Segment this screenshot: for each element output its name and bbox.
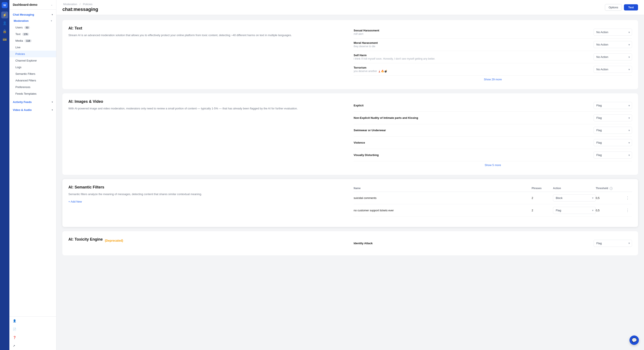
ai-images-left: AI: Images & Video With AI-powered image… — [68, 99, 347, 169]
row-action-customer: FlagBlockNo Action — [553, 204, 596, 216]
th-name: Name — [354, 185, 532, 192]
ai-toxicity-card: AI: Toxicity Engine (Deprecated) Identit… — [62, 231, 638, 255]
nav-icon-users[interactable]: 👤 — [1, 20, 8, 26]
sidebar-item-policies[interactable]: Policies — [10, 51, 56, 57]
sidebar-item-media[interactable]: Media 118 — [10, 38, 56, 44]
sidebar-bottom-help[interactable]: ❓ — [10, 333, 56, 342]
topbar-actions: Options Test — [605, 4, 638, 11]
policy-row-terrorism: Terrorism you deserve another 🗼🔥💣 No Act… — [354, 63, 632, 76]
ai-images-title: AI: Images & Video — [68, 99, 347, 104]
sidebar-bottom-profile[interactable]: 👤 — [10, 317, 56, 325]
sidebar-item-semantic-filters[interactable]: Semantic Filters — [10, 70, 56, 77]
row-phrases-suicidal: 2 — [532, 192, 553, 204]
policy-row-identity-attack: Identity Attack FlagNo ActionBlock — [354, 237, 632, 249]
row-threshold-customer: 0,5 — [596, 204, 626, 216]
sidebar-bottom-docs[interactable]: 📄 — [10, 325, 56, 333]
row-menu-customer[interactable]: ⋮ — [626, 204, 632, 216]
select-violence[interactable]: FlagNo ActionBlock — [594, 139, 632, 146]
sidebar-item-text[interactable]: Text 176 — [10, 31, 56, 38]
options-button[interactable]: Options — [605, 4, 622, 11]
sidebar: Dashboard-demo ⌄ Chat Messaging ▾ Modera… — [10, 0, 56, 350]
row-menu-suicidal[interactable]: ⋮ — [626, 192, 632, 204]
sidebar-item-feeds-templates[interactable]: Feeds Templates — [10, 90, 56, 97]
section-label-chat-messaging[interactable]: Chat Messaging ▾ — [10, 10, 56, 18]
th-actions-col — [626, 185, 632, 192]
semantic-right: Name Phrases Action Threshold i — [354, 185, 632, 217]
nav-icon-home[interactable]: ⚡ — [1, 12, 8, 18]
sidebar-item-logs[interactable]: Logs — [10, 64, 56, 70]
section-label-video-audio[interactable]: Video & Audio ▾ — [10, 105, 56, 113]
sidebar-header-chevron[interactable]: ⌄ — [51, 3, 53, 6]
add-new-semantic[interactable]: + Add New — [68, 200, 82, 203]
semantic-title: AI: Semantic Filters — [68, 185, 347, 190]
select-self-harm[interactable]: No ActionFlagBlock — [594, 54, 632, 60]
select-moral-harassment[interactable]: No ActionFlagBlock — [594, 41, 632, 48]
row-name-customer: no customer support tickets ever — [354, 204, 532, 216]
row-phrases-customer: 2 — [532, 204, 553, 216]
ai-images-right: Explicit FlagNo ActionBlock Non-Explicit… — [354, 99, 632, 169]
icon-bar: W ⚡ 👤 🔒 💳 — [0, 0, 10, 350]
select-terrorism[interactable]: No ActionFlagBlock — [594, 66, 632, 73]
section-label-activity-feeds[interactable]: Activity Feeds ▾ — [10, 97, 56, 105]
sidebar-item-moderation[interactable]: Moderation ▾ — [10, 18, 56, 24]
policy-row-explicit: Explicit FlagNo ActionBlock — [354, 99, 632, 112]
page-title: chat:messaging — [62, 6, 98, 12]
sidebar-item-preferences[interactable]: Preferences — [10, 84, 56, 90]
th-phrases: Phrases — [532, 185, 553, 192]
select-swimwear[interactable]: FlagNo ActionBlock — [594, 127, 632, 134]
toxicity-title-row: AI: Toxicity Engine (Deprecated) — [68, 237, 347, 244]
topbar: Moderation / Policies chat:messaging Opt… — [56, 0, 644, 15]
semantic-left: AI: Semantic Filters Semantic filters an… — [68, 185, 347, 217]
ai-text-title: AI: Text — [68, 26, 347, 30]
nav-icon-card[interactable]: 💳 — [1, 36, 8, 43]
semantic-desc: Semantic filters analyze the meaning of … — [68, 192, 347, 196]
th-action: Action — [553, 185, 596, 192]
ai-images-card: AI: Images & Video With AI-powered image… — [62, 94, 638, 175]
ai-text-desc: Stream AI is an advanced moderation solu… — [68, 33, 347, 38]
ai-text-card: AI: Text Stream AI is an advanced modera… — [62, 20, 638, 89]
show-more-images[interactable]: Show 5 more — [354, 161, 632, 169]
ai-text-grid: AI: Text Stream AI is an advanced modera… — [68, 26, 632, 83]
ai-text-left: AI: Text Stream AI is an advanced modera… — [68, 26, 347, 83]
ai-toxicity-grid: AI: Toxicity Engine (Deprecated) Identit… — [68, 237, 632, 249]
section-chat-messaging: Chat Messaging ▾ Moderation ▾ Users 53 T… — [10, 10, 56, 97]
row-action-suicidal: BlockFlagNo Action — [553, 192, 596, 204]
th-threshold: Threshold i — [596, 185, 626, 192]
policy-row-self-harm: Self Harm I think I'll kill myself soon.… — [354, 51, 632, 63]
show-more-text[interactable]: Show 29 more — [354, 76, 632, 83]
chat-fab[interactable]: 💬 — [630, 336, 639, 345]
test-button[interactable]: Test — [624, 4, 638, 10]
sidebar-bottom-share[interactable]: ↗ — [10, 342, 56, 350]
semantic-top: AI: Semantic Filters Semantic filters an… — [68, 185, 632, 217]
select-explicit[interactable]: FlagNo ActionBlock — [594, 102, 632, 109]
sidebar-item-live[interactable]: Live — [10, 44, 56, 51]
ai-toxicity-left: AI: Toxicity Engine (Deprecated) — [68, 237, 347, 249]
select-identity-attack[interactable]: FlagNo ActionBlock — [594, 240, 632, 247]
semantic-table: Name Phrases Action Threshold i — [354, 185, 632, 217]
table-row: no customer support tickets ever 2 FlagB… — [354, 204, 632, 216]
policy-row-non-explicit-nudity: Non-Explicit Nudity of Intimate parts an… — [354, 112, 632, 124]
row-name-suicidal: suicidal comments — [354, 192, 532, 204]
select-non-explicit-nudity[interactable]: FlagNo ActionBlock — [594, 114, 632, 121]
policy-row-moral-harassment: Moral Harassment they deserve to die No … — [354, 38, 632, 51]
select-suicidal-action[interactable]: BlockFlagNo Action — [553, 194, 596, 202]
nav-icon-lock[interactable]: 🔒 — [1, 28, 8, 34]
select-sexual-harassment[interactable]: No ActionFlagBlock — [594, 29, 632, 36]
sidebar-header-title: Dashboard-demo — [13, 3, 38, 6]
sidebar-item-users[interactable]: Users 53 — [10, 24, 56, 31]
ai-toxicity-right: Identity Attack FlagNo ActionBlock — [354, 237, 632, 249]
main: Moderation / Policies chat:messaging Opt… — [56, 0, 644, 350]
toxicity-title: AI: Toxicity Engine — [68, 237, 103, 242]
logo[interactable]: W — [2, 2, 8, 8]
sidebar-item-advanced-filters[interactable]: Advanced Filters — [10, 77, 56, 84]
policy-row-visually-disturbing: Visually Disturbing FlagNo ActionBlock — [354, 149, 632, 161]
sidebar-header[interactable]: Dashboard-demo ⌄ — [10, 0, 56, 10]
select-customer-action[interactable]: FlagBlockNo Action — [553, 207, 596, 214]
sidebar-item-channel-explorer[interactable]: Channel Explorer — [10, 57, 56, 64]
topbar-left: Moderation / Policies chat:messaging — [62, 2, 98, 12]
threshold-info-icon[interactable]: i — [610, 187, 612, 190]
ai-semantic-card: AI: Semantic Filters Semantic filters an… — [62, 179, 638, 227]
select-visually-disturbing[interactable]: FlagNo ActionBlock — [594, 152, 632, 158]
ai-images-desc: With AI-powered image and video moderati… — [68, 106, 347, 111]
breadcrumb: Moderation / Policies — [62, 2, 98, 6]
